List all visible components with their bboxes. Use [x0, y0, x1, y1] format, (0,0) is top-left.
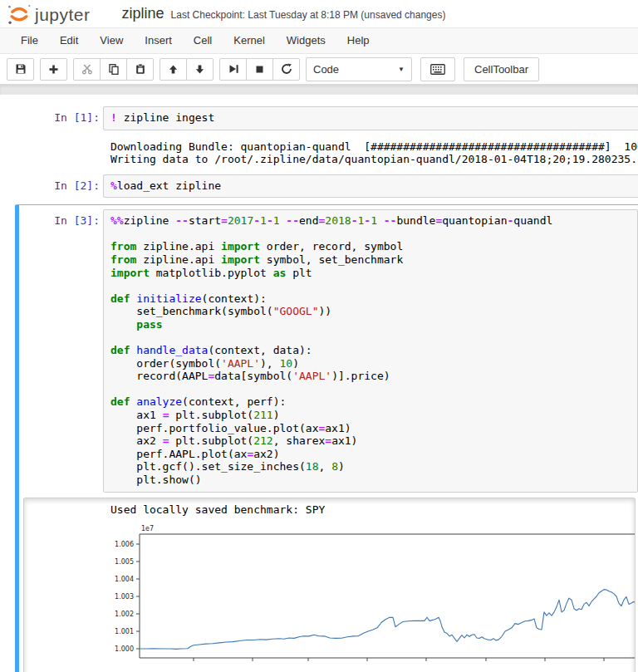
stream-output-text: Downloading Bundle: quantopian-quandl [#… [103, 134, 638, 171]
code-line: pass [110, 318, 637, 331]
cell-1-output: Downloading Bundle: quantopian-quandl [#… [15, 134, 638, 171]
chevron-down-icon: ▼ [398, 66, 405, 73]
run-button[interactable] [219, 58, 247, 81]
menu-item-insert[interactable]: Insert [134, 28, 183, 53]
code-line: from zipline.api import symbol, set_benc… [110, 253, 637, 267]
svg-text:1.004: 1.004 [115, 576, 134, 583]
code-cell-3-selected[interactable]: In [3]: %%zipline --start=2017-1-1 --end… [15, 204, 638, 672]
svg-text:1.005: 1.005 [115, 558, 134, 566]
input-prompt: In [1]: [15, 106, 103, 124]
move-up-button[interactable] [160, 58, 187, 81]
menu-item-edit[interactable]: Edit [49, 28, 89, 53]
output-scroll-area[interactable]: Used locally saved benchmark: SPY 1e71.0… [23, 498, 636, 672]
svg-text:1.000: 1.000 [115, 645, 134, 653]
paste-button[interactable] [126, 58, 154, 81]
code-line: %load_ext zipline [110, 179, 638, 193]
header-shadow-band [0, 84, 638, 95]
checkpoint-status: Last Checkpoint: Last Tuesday at 8:18 PM… [171, 9, 446, 21]
cell-type-select[interactable]: Code ▼ [306, 57, 412, 81]
code-line: perf.portfolio_value.plot(ax=ax1) [110, 422, 637, 435]
jupyter-logo[interactable]: jupyter [7, 2, 91, 26]
insert-below-icon [48, 64, 59, 75]
code-line: def handle_data(context, data): [110, 344, 637, 357]
code-line: def analyze(context, perf): [110, 395, 637, 409]
menu-item-view[interactable]: View [89, 28, 134, 53]
move-down-icon [194, 64, 205, 75]
stream-row: Used locally saved benchmark: SPY [24, 503, 635, 516]
code-line: ! zipline ingest [110, 111, 638, 125]
run-icon [228, 63, 239, 75]
stop-button[interactable] [246, 58, 273, 81]
celltoolbar-label: CellToolbar [474, 63, 528, 76]
toolbar-group [7, 58, 34, 81]
code-input-2[interactable]: %load_ext zipline [103, 174, 638, 199]
code-line: ax2 = plt.subplot(212, sharex=ax1) [110, 434, 637, 448]
code-line: order(symbol('AAPL'), 10) [110, 357, 637, 370]
menu-item-widgets[interactable]: Widgets [276, 28, 336, 53]
code-line: import matplotlib.pyplot as plt [110, 267, 637, 280]
notebook-title[interactable]: zipline [122, 5, 164, 22]
code-input-1[interactable]: ! zipline ingest [103, 106, 638, 130]
code-line: perf.AAPL.plot(ax=ax2) [110, 448, 637, 461]
keyboard-icon [430, 64, 445, 75]
svg-text:1.001: 1.001 [115, 628, 134, 635]
code-line: def initialize(context): [110, 292, 637, 306]
svg-text:1.003: 1.003 [115, 593, 134, 601]
menu-bar: FileEditViewInsertCellKernelWidgetsHelp [0, 27, 638, 54]
toolbar-group [73, 58, 154, 81]
code-line [110, 279, 637, 292]
celltoolbar-button[interactable]: CellToolbar [464, 57, 539, 81]
title-bar: jupyter zipline Last Checkpoint: Last Tu… [0, 0, 638, 27]
code-line: ax1 = plt.subplot(211) [110, 409, 637, 422]
code-line [110, 331, 637, 344]
code-line [110, 228, 637, 241]
svg-text:1.002: 1.002 [115, 611, 134, 618]
paste-icon [135, 63, 146, 75]
move-up-icon [168, 64, 179, 75]
code-line: %%zipline --start=2017-1-1 --end=2018-1-… [110, 214, 637, 228]
input-prompt: In [2]: [15, 174, 103, 192]
cut-icon [81, 63, 93, 75]
cut-button[interactable] [73, 58, 101, 81]
input-prompt: In [3]: [23, 209, 103, 227]
command-palette-button[interactable] [420, 57, 455, 81]
notebook-area: In [1]: ! zipline ingest Downloading Bun… [0, 95, 638, 672]
code-cell-1[interactable]: In [1]: ! zipline ingest [15, 103, 638, 134]
restart-kernel-icon [281, 63, 292, 75]
insert-below-button[interactable] [40, 58, 67, 81]
code-input-3[interactable]: %%zipline --start=2017-1-1 --end=2018-1-… [103, 209, 638, 492]
svg-text:1e7: 1e7 [141, 525, 154, 532]
cell-3-input-row: In [3]: %%zipline --start=2017-1-1 --end… [23, 209, 636, 492]
benchmark-stream-text: Used locally saved benchmark: SPY [103, 503, 325, 516]
menu-item-kernel[interactable]: Kernel [223, 28, 276, 53]
jupyter-logo-icon [7, 2, 32, 26]
toolbar: Code ▼ CellToolbar [0, 54, 638, 84]
svg-text:1.006: 1.006 [115, 541, 134, 548]
menu-item-help[interactable]: Help [336, 28, 380, 53]
code-line [110, 383, 637, 396]
portfolio-value-chart: 1e71.0001.0011.0021.0031.0041.0051.006 [24, 524, 636, 672]
toolbar-group [40, 58, 67, 81]
toolbar-group [160, 58, 213, 81]
code-line: plt.show() [110, 473, 637, 487]
copy-icon [108, 63, 120, 75]
menu-item-cell[interactable]: Cell [183, 28, 223, 53]
save-button[interactable] [7, 58, 34, 81]
cell-type-value: Code [313, 63, 339, 76]
move-down-button[interactable] [186, 58, 213, 81]
restart-kernel-button[interactable] [272, 58, 300, 81]
toolbar-group [219, 58, 300, 81]
code-line: record(AAPL=data[symbol('AAPL')].price) [110, 370, 637, 383]
code-line: from zipline.api import order, record, s… [110, 240, 637, 253]
logo-wordmark: jupyter [35, 5, 91, 25]
save-icon [15, 63, 27, 75]
matplotlib-figure: 1e71.0001.0011.0021.0031.0041.0051.006 [24, 524, 635, 672]
code-line: plt.gcf().set_size_inches(18, 8) [110, 460, 637, 473]
code-cell-2[interactable]: In [2]: %load_ext zipline [15, 171, 638, 202]
copy-button[interactable] [100, 58, 127, 81]
stop-icon [254, 64, 265, 75]
code-line: set_benchmark(symbol("GOOGL")) [110, 305, 637, 318]
menu-item-file[interactable]: File [10, 28, 49, 53]
